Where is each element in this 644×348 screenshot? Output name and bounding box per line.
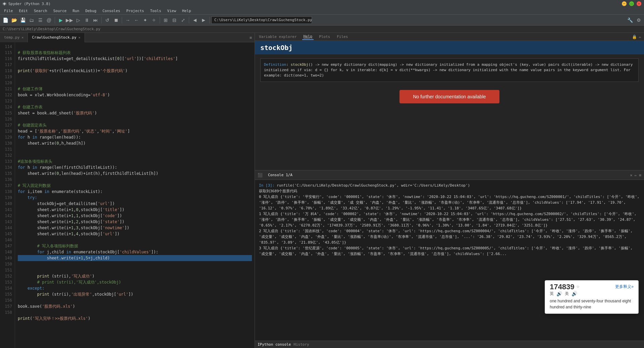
- help-title-bar: stockObj: [255, 41, 644, 54]
- translation-text: one hundred and seventy-four thousand ei…: [550, 298, 634, 310]
- edit-icon[interactable]: ✏: [639, 35, 641, 39]
- lang-en-label: 英: [550, 291, 554, 297]
- editor-panel: temp.py ✕ CrawlGuchengStock.py ✕ ≡ 11411…: [0, 33, 255, 348]
- right-panel: Variable explorer Help Plots Files 🔒 ✏ s…: [255, 33, 644, 348]
- save-button[interactable]: 💾: [19, 16, 27, 24]
- toolbar: 📄 📂 💾 🗂 ☰ @ ▶ ▶▶ ▷ ⏸ ⏭ ↺ ⏹ → ← ✦ ✧ ⊞ ⊟ ⤢…: [0, 15, 644, 26]
- maximize-editor-button[interactable]: ⤢: [179, 16, 187, 24]
- zoom-in-button[interactable]: ⊞: [162, 16, 170, 24]
- console-options-icon[interactable]: ≡: [639, 173, 641, 178]
- speaker-cn-icon[interactable]: 🔊: [572, 291, 577, 297]
- app-icon: 🕷: [3, 2, 6, 6]
- save-all-button[interactable]: 🗂: [28, 16, 36, 24]
- back-nav-button[interactable]: ◀: [191, 16, 199, 24]
- history-tab[interactable]: History: [293, 342, 309, 347]
- maximize-button[interactable]: □: [629, 1, 634, 6]
- code-area: 1141151161171181191201211221231241251261…: [0, 42, 255, 348]
- translation-number: 174839: [550, 284, 574, 290]
- console-close-icon[interactable]: ✕: [630, 173, 632, 178]
- help-tab[interactable]: Help: [302, 34, 314, 40]
- filepath-text: C:\Users\LiKely\Desktop\CrawlGuchengStoc…: [3, 27, 100, 31]
- uncomment-button[interactable]: ✧: [150, 16, 158, 24]
- console-output-1: 1 写入成功 {'title': '万 科A', 'code': '000002…: [259, 211, 640, 228]
- browse-button[interactable]: ☰: [36, 16, 44, 24]
- files-tab[interactable]: Files: [335, 34, 349, 40]
- app-title: Spyder (Python 3.8): [8, 2, 51, 6]
- menu-bar: File Edit Search Source Run Debug Consol…: [0, 7, 644, 15]
- definition-box: Definition: stockObj() -> new empty dict…: [260, 58, 639, 82]
- menu-edit[interactable]: Edit: [16, 8, 31, 14]
- menu-projects[interactable]: Projects: [123, 8, 147, 14]
- stop-button[interactable]: ⏹: [112, 16, 120, 24]
- console-input-line: In [3]: runfile('C:/Users/LiKely/Desktop…: [259, 183, 640, 188]
- step-button[interactable]: ⏭: [92, 16, 100, 24]
- menu-consoles[interactable]: Consoles: [100, 8, 123, 14]
- refresh-button[interactable]: ↺: [103, 16, 111, 24]
- unindent-button[interactable]: ←: [132, 16, 141, 24]
- run-cell-button[interactable]: ▶▶: [65, 16, 73, 24]
- indent-button[interactable]: →: [124, 16, 132, 24]
- open-file-button[interactable]: 📂: [10, 16, 18, 24]
- ipython-tab-bar: IPython console History: [255, 341, 644, 348]
- filepath-bar: C:\Users\LiKely\Desktop\CrawlGuchengStoc…: [0, 26, 644, 33]
- console-icons: ✕ ✏ ≡: [630, 173, 641, 178]
- console-content[interactable]: In [3]: runfile('C:/Users/LiKely/Desktop…: [255, 180, 644, 341]
- help-content: stockObj Definition: stockObj() -> new e…: [255, 41, 644, 170]
- menu-file[interactable]: File: [1, 8, 16, 14]
- editor-tab-bar: temp.py ✕ CrawlGuchengStock.py ✕ ≡: [0, 33, 255, 42]
- menu-help[interactable]: Help: [179, 8, 194, 14]
- help-panel: Variable explorer Help Plots Files 🔒 ✏ s…: [255, 33, 644, 170]
- toolbar-sep1: [55, 17, 55, 23]
- translation-star[interactable]: ☆: [576, 284, 580, 290]
- run-button[interactable]: ▶: [57, 16, 65, 24]
- new-file-button[interactable]: 📄: [1, 16, 9, 24]
- find-button[interactable]: @: [45, 16, 53, 24]
- tab-crawl-label: CrawlGuchengStock.py: [32, 35, 76, 40]
- plots-tab[interactable]: Plots: [318, 34, 331, 40]
- fwd-nav-button[interactable]: ▶: [200, 16, 208, 24]
- translation-more[interactable]: 更多释义»: [615, 284, 634, 290]
- menu-debug[interactable]: Debug: [83, 8, 99, 14]
- tab-temp[interactable]: temp.py ✕: [0, 33, 28, 42]
- zoom-out-button[interactable]: ⊟: [170, 16, 178, 24]
- toolbar-sep5: [189, 17, 189, 23]
- menu-source[interactable]: Source: [51, 8, 69, 14]
- console-icon: ⬛: [258, 173, 263, 178]
- tab-more-button[interactable]: ≡: [247, 35, 255, 40]
- close-button[interactable]: ✕: [637, 1, 641, 6]
- preferences-button[interactable]: ⚙: [635, 16, 643, 24]
- console-panel: ⬛ Console 1/A ✕ ✏ ≡ In [3]: runfile('C:/…: [255, 170, 644, 348]
- console-tab-label[interactable]: Console 1/A: [264, 172, 297, 178]
- console-output-2: 2 写入成功 {'title': '国农科技', 'code': '000004…: [259, 228, 640, 245]
- ipython-console-tab[interactable]: IPython console: [258, 342, 291, 347]
- code-content[interactable]: # 获取股票各项指标标题列表 firstChildTitleList=get_d…: [15, 42, 255, 348]
- debug-button[interactable]: ⏸: [83, 16, 91, 24]
- console-output-0: 0 写入成功 {'title': '平安银行', 'code': '000001…: [259, 194, 640, 211]
- tab-temp-label: temp.py: [4, 35, 19, 40]
- console-output-header: 获取到3689个股票代码: [259, 188, 640, 194]
- menu-view[interactable]: View: [165, 8, 179, 14]
- settings-button[interactable]: 🔧: [626, 16, 634, 24]
- menu-tools[interactable]: Tools: [147, 8, 164, 14]
- minimize-button[interactable]: ─: [622, 1, 627, 6]
- run-selection-button[interactable]: ▷: [74, 16, 82, 24]
- toolbar-sep4: [160, 17, 160, 23]
- title-bar-right: ─ □ ✕: [622, 1, 641, 6]
- tab-temp-close[interactable]: ✕: [21, 36, 23, 39]
- speaker-en-icon[interactable]: 🔊: [556, 291, 562, 297]
- toolbar-sep2: [101, 17, 102, 23]
- lang-cn-label: 美: [565, 291, 569, 297]
- toolbar-sep6: [209, 17, 210, 23]
- menu-run[interactable]: Run: [70, 8, 82, 14]
- no-doc-button[interactable]: No further documentation available: [399, 90, 499, 103]
- lock-icon[interactable]: 🔒: [632, 35, 637, 39]
- tab-crawl[interactable]: CrawlGuchengStock.py ✕: [28, 33, 85, 42]
- toolbar-sep3: [122, 17, 122, 23]
- console-tab-bar: ⬛ Console 1/A ✕ ✏ ≡: [255, 170, 644, 180]
- var-explorer-tab[interactable]: Variable explorer: [258, 34, 298, 40]
- console-edit-icon[interactable]: ✏: [635, 173, 637, 178]
- comment-button[interactable]: ✦: [141, 16, 149, 24]
- tab-crawl-close[interactable]: ✕: [78, 36, 80, 39]
- console-output-3: 3 写入成功 {'title': '世纪星源', 'code': '000005…: [259, 245, 640, 257]
- menu-search[interactable]: Search: [31, 8, 50, 14]
